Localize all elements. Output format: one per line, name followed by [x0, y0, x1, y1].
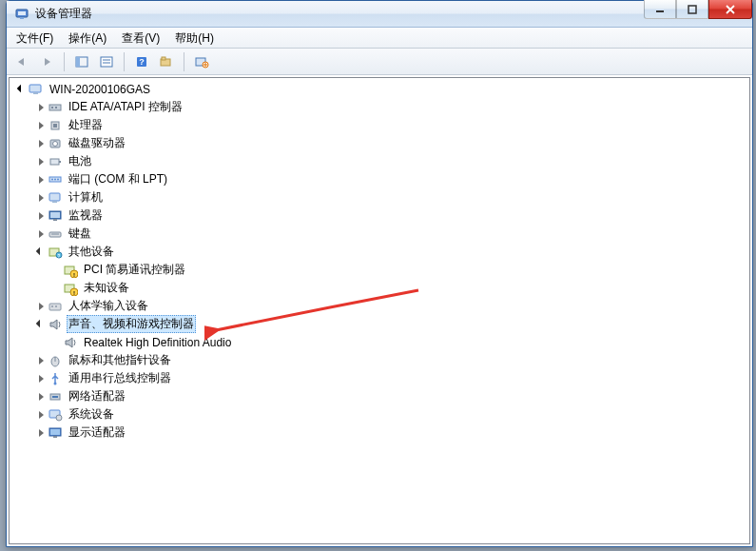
tree-item[interactable]: 计算机: [10, 188, 749, 207]
tree-item[interactable]: 鼠标和其他指针设备: [10, 351, 749, 369]
toolbar-separator: [184, 52, 184, 71]
tree-item[interactable]: 键盘: [10, 225, 749, 243]
usb-icon: [48, 371, 63, 386]
expand-toggle[interactable]: [13, 82, 29, 97]
tree-item[interactable]: 端口 (COM 和 LPT): [10, 170, 749, 188]
expand-toggle[interactable]: [32, 190, 48, 206]
svg-point-56: [56, 415, 62, 421]
expand-toggle[interactable]: [32, 389, 48, 404]
expand-toggle[interactable]: [32, 172, 48, 187]
menu-file[interactable]: 文件(F): [9, 28, 61, 48]
expand-toggle[interactable]: [32, 154, 48, 169]
tree-item-label: 监视器: [67, 207, 105, 225]
port-icon: [48, 172, 63, 187]
tree-item[interactable]: 监视器: [10, 207, 749, 225]
expand-toggle[interactable]: [32, 226, 48, 242]
expand-toggle[interactable]: [32, 407, 48, 423]
monitor-icon: [48, 208, 63, 224]
tree-item-realtek-audio[interactable]: Realtek High Definition Audio: [10, 333, 749, 351]
svg-rect-19: [51, 107, 53, 108]
close-button[interactable]: [708, 0, 752, 19]
svg-rect-4: [688, 6, 696, 13]
tree-item[interactable]: IDE ATA/ATAPI 控制器: [10, 98, 749, 116]
minimize-button[interactable]: [644, 0, 676, 19]
tree-item[interactable]: 电池: [10, 152, 749, 170]
svg-rect-47: [49, 304, 61, 310]
update-driver-button[interactable]: [190, 51, 213, 72]
svg-rect-59: [53, 436, 57, 438]
menu-view[interactable]: 查看(V): [114, 28, 167, 48]
svg-point-49: [55, 305, 57, 307]
svg-text:!: !: [73, 271, 75, 277]
tree-item[interactable]: 处理器: [10, 116, 749, 134]
scan-hardware-button[interactable]: [155, 51, 178, 72]
show-hide-tree-button[interactable]: [70, 51, 93, 72]
window-controls: [644, 1, 752, 27]
svg-rect-20: [55, 107, 57, 108]
computer-icon: [29, 82, 44, 97]
computer-icon: [48, 190, 63, 206]
tree-item-hid[interactable]: 人体学输入设备: [10, 297, 749, 315]
tree-item-other-devices[interactable]: ? 其他设备: [10, 243, 749, 261]
expand-toggle[interactable]: [32, 136, 48, 151]
tree-item-label: 端口 (COM 和 LPT): [67, 170, 169, 188]
menu-help[interactable]: 帮助(H): [167, 28, 222, 48]
svg-rect-13: [162, 57, 165, 60]
tree-item-label: 通用串行总线控制器: [67, 369, 173, 387]
tree-item-label: 未知设备: [82, 279, 131, 297]
app-icon: [14, 7, 29, 22]
expand-toggle[interactable]: [32, 100, 48, 115]
tree-root[interactable]: WIN-20200106GAS: [10, 80, 749, 98]
tree-item[interactable]: 磁盘驱动器: [10, 134, 749, 152]
other-devices-icon: ?: [48, 245, 63, 260]
tree-item-label: IDE ATA/ATAPI 控制器: [67, 98, 184, 116]
tree-item[interactable]: 通用串行总线控制器: [10, 369, 749, 387]
forward-button[interactable]: [35, 51, 58, 72]
display-icon: [48, 425, 63, 441]
tree-item-label: 键盘: [67, 225, 93, 243]
hid-icon: [48, 299, 63, 314]
tree-item-sound[interactable]: 声音、视频和游戏控制器: [10, 315, 749, 333]
svg-rect-34: [50, 212, 60, 218]
expand-toggle[interactable]: [32, 245, 48, 260]
unknown-device-icon: !: [63, 263, 78, 278]
maximize-button[interactable]: [676, 0, 708, 19]
tree-item-label: 电池: [67, 152, 93, 170]
tree-item-label: 显示适配器: [67, 423, 127, 442]
tree-item-unknown-device[interactable]: ! 未知设备: [10, 279, 749, 297]
content-area: WIN-20200106GAS IDE ATA/ATAPI 控制器处理器磁盘驱动…: [7, 75, 752, 546]
tree-item-label: 磁盘驱动器: [67, 134, 127, 152]
expand-toggle[interactable]: [32, 317, 48, 332]
tree-item-pci-comm[interactable]: ! PCI 简易通讯控制器: [10, 261, 749, 279]
help-button[interactable]: ?: [130, 51, 153, 72]
tree-item[interactable]: 显示适配器: [10, 423, 749, 442]
svg-point-24: [53, 141, 58, 146]
tree-item[interactable]: 网络适配器: [10, 387, 749, 405]
tree-item-label: PCI 简易通讯控制器: [82, 261, 187, 279]
svg-rect-16: [29, 85, 41, 92]
tree-item[interactable]: 系统设备: [10, 405, 749, 423]
expand-toggle[interactable]: [32, 118, 48, 133]
expand-toggle[interactable]: [32, 425, 48, 441]
expand-toggle[interactable]: [32, 353, 48, 368]
menu-action[interactable]: 操作(A): [61, 28, 114, 48]
toolbar-separator: [124, 52, 125, 71]
expand-toggle[interactable]: [32, 208, 48, 224]
device-tree[interactable]: WIN-20200106GAS IDE ATA/ATAPI 控制器处理器磁盘驱动…: [9, 77, 750, 544]
svg-rect-25: [50, 159, 59, 165]
tree-item-label: 其他设备: [67, 243, 116, 261]
cpu-icon: [48, 118, 63, 133]
svg-rect-3: [656, 10, 664, 12]
back-button[interactable]: [10, 51, 33, 72]
properties-button[interactable]: [95, 51, 118, 72]
expand-toggle[interactable]: [32, 299, 48, 314]
tree-item-label: 处理器: [67, 116, 105, 134]
svg-rect-35: [53, 219, 57, 221]
svg-rect-6: [76, 57, 80, 67]
svg-point-30: [57, 178, 59, 180]
tree-item-label: 网络适配器: [67, 387, 127, 405]
svg-rect-26: [59, 161, 61, 163]
tree-item-label: 计算机: [67, 188, 105, 207]
expand-toggle[interactable]: [32, 371, 48, 386]
titlebar[interactable]: 设备管理器: [7, 1, 752, 28]
